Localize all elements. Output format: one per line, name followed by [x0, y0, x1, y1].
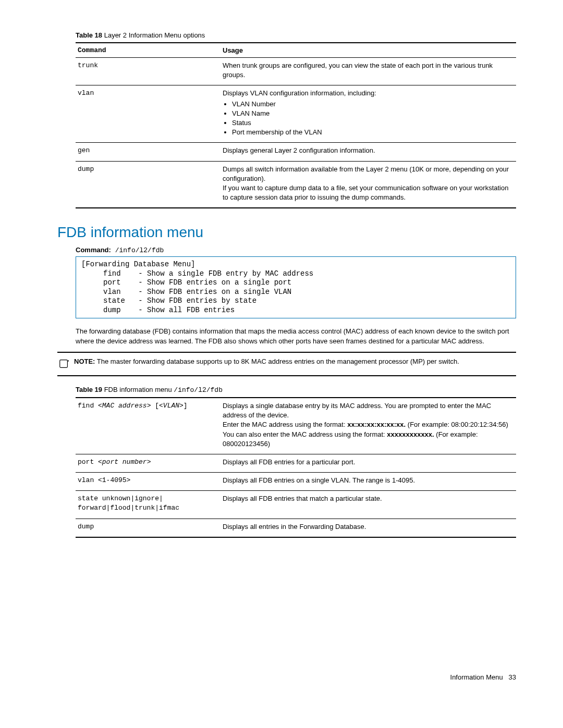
note-block: NOTE: The master forwarding database sup… [57, 352, 516, 376]
usage-cell: Displays all FDB entries that match a pa… [221, 491, 516, 519]
footer-label: Information Menu [450, 673, 503, 681]
table-18-header-usage: Usage [221, 43, 516, 58]
table-row: vlan Displays VLAN configuration informa… [76, 85, 516, 143]
table-18-title: Layer 2 Information Menu options [102, 31, 205, 39]
table-row: dump Dumps all switch information availa… [76, 161, 516, 208]
usage-cell: Dumps all switch information available f… [221, 161, 516, 208]
usage-line: (For example: 08:00:20:12:34:56) [406, 421, 508, 428]
cmd-cell: dump [76, 161, 221, 208]
cmd-arg: <MAC address> [98, 402, 151, 410]
cmd-lit: port [78, 458, 98, 466]
usage-list: VLAN Number VLAN Name Status Port member… [232, 100, 514, 138]
section-heading-fdb: FDB information menu [57, 224, 516, 241]
usage-cell: Displays all entries in the Forwarding D… [221, 519, 516, 537]
cmd-cell: port <port number> [76, 454, 221, 472]
cmd-cell: trunk [76, 58, 221, 85]
table-19-number: Table 19 [76, 386, 102, 393]
table-row: port <port number> Displays all FDB entr… [76, 454, 516, 472]
table-row: dump Displays all entries in the Forward… [76, 519, 516, 537]
cmd-cell: dump [76, 519, 221, 537]
note-body: The master forwarding database supports … [95, 357, 459, 365]
usage-cell: When trunk groups are configured, you ca… [221, 58, 516, 85]
table-18-header-command: Command [76, 43, 221, 58]
cmd-lit: ] [183, 402, 188, 410]
table-row: state unknown|ignore| forward|flood|trun… [76, 491, 516, 519]
usage-cell: Displays all FDB entries on a single VLA… [221, 473, 516, 491]
usage-line-a: Dumps all switch information available f… [223, 165, 509, 182]
usage-cell: Displays general Layer 2 configuration i… [221, 143, 516, 161]
footer-page: 33 [509, 673, 516, 681]
usage-line: You can also enter the MAC address using… [223, 430, 387, 438]
cmd-lit: find [78, 402, 98, 410]
note-text: NOTE: The master forwarding database sup… [71, 357, 516, 367]
usage-cell: Displays VLAN configuration information,… [221, 85, 516, 143]
note-label: NOTE: [74, 357, 95, 365]
table-18-caption: Table 18 Layer 2 Information Menu option… [57, 31, 516, 39]
table-19-caption: Table 19 FDB information menu /info/l2/f… [57, 386, 516, 394]
command-line: Command: /info/l2/fdb [76, 246, 516, 254]
usage-bold: xx:xx:xx:xx:xx:xx. [347, 421, 406, 428]
command-label: Command: [76, 246, 111, 254]
note-icon [57, 358, 71, 371]
list-item: Status [232, 118, 514, 128]
table-row: trunk When trunk groups are configured, … [76, 58, 516, 85]
page-footer: Information Menu 33 [57, 673, 516, 681]
table-19-code: /info/l2/fdb [174, 386, 223, 394]
table-row: gen Displays general Layer 2 configurati… [76, 143, 516, 161]
table-19-title: FDB information menu [102, 386, 174, 393]
body-paragraph: The forwarding database (FDB) contains i… [76, 327, 516, 347]
usage-cell: Displays a single database entry by its … [221, 398, 516, 454]
table-18-number: Table 18 [76, 31, 102, 39]
table-19: find <MAC address> [<VLAN>] Displays a s… [76, 397, 516, 538]
table-18: Command Usage trunk When trunk groups ar… [76, 42, 516, 208]
code-block: [Forwarding Database Menu] find - Show a… [76, 256, 516, 318]
command-path: /info/l2/fdb [111, 246, 164, 254]
table-row: find <MAC address> [<VLAN>] Displays a s… [76, 398, 516, 454]
cmd-cell: vlan <1-4095> [76, 473, 221, 491]
table-row: vlan <1-4095> Displays all FDB entries o… [76, 473, 516, 491]
cmd-cell: state unknown|ignore| forward|flood|trun… [76, 491, 221, 519]
cmd-cell: vlan [76, 85, 221, 143]
usage-cell: Displays all FDB entries for a particula… [221, 454, 516, 472]
cmd-arg: <VLAN> [159, 402, 183, 410]
usage-line-b: If you want to capture dump data to a fi… [223, 184, 508, 201]
list-item: VLAN Name [232, 109, 514, 118]
svg-rect-0 [60, 360, 68, 368]
usage-line: Displays a single database entry by its … [223, 402, 491, 419]
list-item: VLAN Number [232, 100, 514, 109]
usage-intro: Displays VLAN configuration information,… [223, 89, 376, 97]
usage-line: Enter the MAC address using the format: [223, 421, 347, 428]
list-item: Port membership of the VLAN [232, 128, 514, 137]
cmd-cell: find <MAC address> [<VLAN>] [76, 398, 221, 454]
cmd-cell: gen [76, 143, 221, 161]
cmd-arg: <port number> [98, 458, 151, 466]
usage-bold: xxxxxxxxxxxx. [387, 430, 434, 438]
cmd-lit: [ [151, 402, 159, 410]
